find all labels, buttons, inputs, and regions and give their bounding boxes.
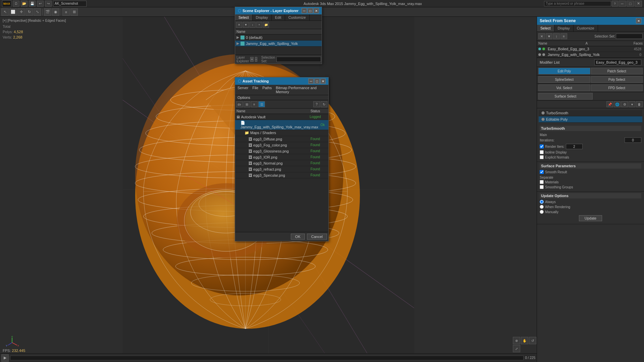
at-item-1[interactable]: 📄 Jammy_Egg_with_Spilling_Yolk_max_vray.…	[235, 120, 328, 130]
se-close[interactable]: ✕	[314, 8, 319, 13]
modifier-obj-name[interactable]	[594, 59, 641, 65]
at-item-6[interactable]: 🖼 egg3_IOR.pngFound	[235, 154, 328, 160]
undo-btn[interactable]: ↩	[37, 1, 44, 7]
at-item-2[interactable]: 📁 Maps / Shaders	[235, 130, 328, 136]
at-item-0[interactable]: 🏛 Autodesk VaultLogged	[235, 114, 328, 120]
zoom-btn[interactable]: ⊕	[513, 337, 520, 344]
se-tab-display[interactable]: Display	[253, 14, 272, 20]
snap-btn[interactable]: ⊞	[70, 8, 78, 16]
at-tb-path[interactable]: 🗁	[236, 101, 243, 107]
ts-explicit-checkbox[interactable]	[540, 155, 544, 159]
at-item-3[interactable]: 🖼 egg3_Diffuse.pngFound	[235, 136, 328, 142]
update-btn[interactable]: Update	[579, 215, 602, 221]
edit-poly-btn[interactable]: Edit Poly	[538, 68, 590, 74]
at-tb-help[interactable]: ?	[313, 101, 320, 107]
spline-select-btn[interactable]: SplineSelect	[538, 76, 590, 83]
at-maximize[interactable]: □	[314, 78, 320, 84]
se-footer-btn1[interactable]: ▼	[250, 57, 254, 62]
at-menu-server[interactable]: Server	[236, 85, 249, 94]
pan-btn[interactable]: ✋	[521, 337, 528, 344]
move-btn[interactable]: ✛	[17, 8, 25, 16]
at-menu-file[interactable]: File	[251, 85, 259, 94]
mod-turbosmooth[interactable]: TurboSmooth	[539, 110, 642, 116]
vol-select-btn[interactable]: Vol. Select	[538, 84, 590, 91]
se-selset-input[interactable]	[276, 57, 321, 62]
render-btn[interactable]: 🎬	[44, 8, 51, 16]
se-tb-sort[interactable]: ↕	[250, 22, 256, 28]
scene-explorer-header[interactable]: ⬡ Scene Explorer - Layer Explorer ─ □ ✕	[235, 7, 322, 14]
select-obj-btn[interactable]: ↖	[1, 8, 9, 16]
se-tb-x[interactable]: ✕	[236, 22, 242, 28]
ts-isoline-checkbox[interactable]	[540, 150, 544, 154]
at-tb-grid[interactable]: ⊞	[244, 101, 250, 107]
mod-editable-poly[interactable]: Editable Poly	[539, 116, 642, 123]
tab-customize[interactable]: Customize	[574, 25, 598, 32]
orbit-btn[interactable]: ↺	[529, 337, 536, 344]
surface-select-btn[interactable]: Surface Select	[538, 93, 593, 100]
ts-renderiters-checkbox[interactable]	[540, 144, 544, 148]
uo-rendering-radio[interactable]	[540, 205, 544, 209]
fpd-select-btn[interactable]: FPD Select	[591, 84, 643, 91]
at-ok-btn[interactable]: OK	[291, 234, 305, 240]
new-btn[interactable]: 🗋	[13, 1, 19, 7]
select-region-btn[interactable]: ⬜	[9, 8, 17, 16]
scale-btn[interactable]: ⤡	[34, 8, 41, 16]
maximize-btn[interactable]: □	[627, 1, 634, 7]
se-maximize[interactable]: □	[308, 8, 313, 13]
scene-obj-2[interactable]: Jammy_Egg_with_Spilling_Yolk 0	[537, 52, 644, 58]
at-item-7[interactable]: 🖼 egg3_Normal.pngFound	[235, 160, 328, 166]
scene-tb-x[interactable]: ✕	[538, 33, 545, 39]
at-item-4[interactable]: 🖼 egg3_Fog_color.pngFound	[235, 142, 328, 148]
sp-smooth-checkbox[interactable]	[540, 170, 544, 174]
funnel-btn[interactable]: ▾	[629, 101, 635, 107]
play-btn[interactable]: ▶	[1, 354, 9, 362]
patch-select-btn[interactable]: Patch Select	[591, 68, 643, 74]
at-menu-bitmap[interactable]: Bitmap Performance and Memory	[275, 85, 327, 94]
tab-select[interactable]: Select	[537, 25, 554, 32]
world-btn[interactable]: 🌐	[614, 101, 621, 107]
at-tb-filter[interactable]: ≡	[251, 101, 258, 107]
layer-btn[interactable]: ≡	[62, 8, 70, 16]
se-tb-filter[interactable]: ▼	[243, 22, 249, 28]
material-btn[interactable]: ◉	[52, 8, 59, 16]
settings-btn[interactable]: ⚙	[621, 101, 628, 107]
se-tab-select[interactable]: Select	[235, 14, 253, 20]
workspace-selector[interactable]: AK_Screenshot	[53, 1, 87, 7]
at-tb-refresh[interactable]: ↻	[321, 101, 327, 107]
se-tb-folder[interactable]: 📁	[263, 22, 269, 28]
sp-smoothing-checkbox[interactable]	[540, 185, 544, 189]
rotate-btn[interactable]: ↻	[25, 8, 33, 16]
uo-manually-radio[interactable]	[540, 210, 544, 214]
ts-renderiters-input[interactable]	[566, 144, 583, 149]
save-btn[interactable]: 💾	[29, 1, 36, 7]
at-header[interactable]: ⬡ Asset Tracking ─ □ ✕	[235, 77, 328, 85]
open-btn[interactable]: 📂	[21, 1, 28, 7]
at-item-5[interactable]: 🖼 egg3_Glossiness.pngFound	[235, 148, 328, 154]
tab-display[interactable]: Display	[554, 25, 574, 32]
trash-btn[interactable]: 🗑	[636, 101, 643, 107]
maximize-vp-btn[interactable]: ⤢	[513, 345, 520, 352]
redo-btn[interactable]: ↪	[45, 1, 52, 7]
sp-materials-checkbox[interactable]	[540, 180, 544, 184]
at-item-8[interactable]: 🖼 egg3_refract.pngFound	[235, 166, 328, 172]
se-tab-customize[interactable]: Customize	[285, 14, 310, 20]
se-tb-create[interactable]: +	[256, 22, 262, 28]
close-btn[interactable]: ✕	[635, 1, 642, 7]
se-footer-btn2[interactable]: +	[255, 57, 257, 62]
at-tb-list[interactable]: ☰	[258, 101, 265, 107]
at-item-9[interactable]: 🖼 egg3_Specular.pngFound	[235, 172, 328, 178]
scene-tb-sort[interactable]: ↕	[553, 33, 560, 39]
se-minimize[interactable]: ─	[302, 8, 307, 13]
minimize-btn[interactable]: ─	[619, 1, 626, 7]
at-menu-options[interactable]: Options	[236, 95, 251, 100]
uo-always-radio[interactable]	[540, 200, 544, 204]
scene-tb-filter[interactable]: ▼	[546, 33, 552, 39]
search-input[interactable]	[544, 1, 611, 6]
at-cancel-btn[interactable]: Cancel	[307, 234, 327, 240]
selection-set-input[interactable]	[616, 34, 643, 39]
at-minimize[interactable]: ─	[308, 78, 314, 84]
poly-select-btn[interactable]: Poly Select	[591, 76, 643, 83]
se-tab-edit[interactable]: Edit	[272, 14, 285, 20]
timeline-bar[interactable]	[10, 356, 524, 360]
help-btn[interactable]: ?	[612, 1, 618, 7]
